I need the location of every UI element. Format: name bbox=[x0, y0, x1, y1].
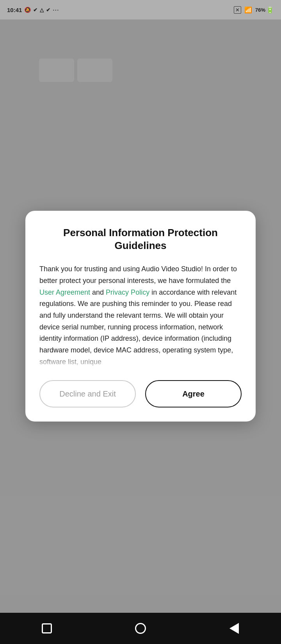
upload-icon: △ bbox=[40, 7, 44, 13]
body-text-part1: Thank you for trusting and using Audio V… bbox=[39, 265, 237, 285]
home-icon bbox=[135, 623, 146, 634]
recent-apps-icon bbox=[42, 623, 52, 633]
status-bar: 10:41 🔕 ✔ △ ✔ ··· ✕ 📶 76% 🔋 bbox=[0, 0, 281, 20]
battery-icon-shape: 🔋 bbox=[266, 6, 274, 14]
status-bar-right: ✕ 📶 76% 🔋 bbox=[234, 6, 274, 14]
check-icon: ✔ bbox=[33, 7, 37, 13]
modal-overlay: Personal Information Protection Guidelin… bbox=[0, 20, 281, 613]
decline-button[interactable]: Decline and Exit bbox=[39, 380, 136, 407]
user-agreement-link[interactable]: User Agreement bbox=[39, 288, 90, 296]
status-bar-left: 10:41 🔕 ✔ △ ✔ ··· bbox=[7, 7, 59, 13]
recent-apps-button[interactable] bbox=[35, 617, 59, 640]
dialog-body: Thank you for trusting and using Audio V… bbox=[39, 263, 242, 368]
mute-icon: 🔕 bbox=[24, 7, 31, 13]
body-text-part3: in accordance with relevant regulations.… bbox=[39, 288, 237, 366]
agree-button[interactable]: Agree bbox=[145, 380, 242, 407]
nav-bar bbox=[0, 613, 281, 644]
privacy-policy-link[interactable]: Privacy Policy bbox=[106, 288, 149, 296]
dialog: Personal Information Protection Guidelin… bbox=[25, 211, 256, 422]
body-text-part2: and bbox=[90, 288, 106, 296]
download-icon: ✔ bbox=[46, 7, 50, 13]
back-button[interactable] bbox=[222, 617, 246, 640]
wifi-icon: 📶 bbox=[244, 6, 252, 14]
more-icon: ··· bbox=[53, 7, 59, 13]
battery-level: 76% 🔋 bbox=[255, 6, 274, 14]
time-display: 10:41 bbox=[7, 7, 22, 13]
back-icon bbox=[229, 623, 239, 634]
home-button[interactable] bbox=[129, 617, 152, 640]
dialog-title: Personal Information Protection Guidelin… bbox=[39, 226, 242, 253]
dialog-actions: Decline and Exit Agree bbox=[39, 380, 242, 407]
battery-x-icon: ✕ bbox=[234, 6, 241, 14]
